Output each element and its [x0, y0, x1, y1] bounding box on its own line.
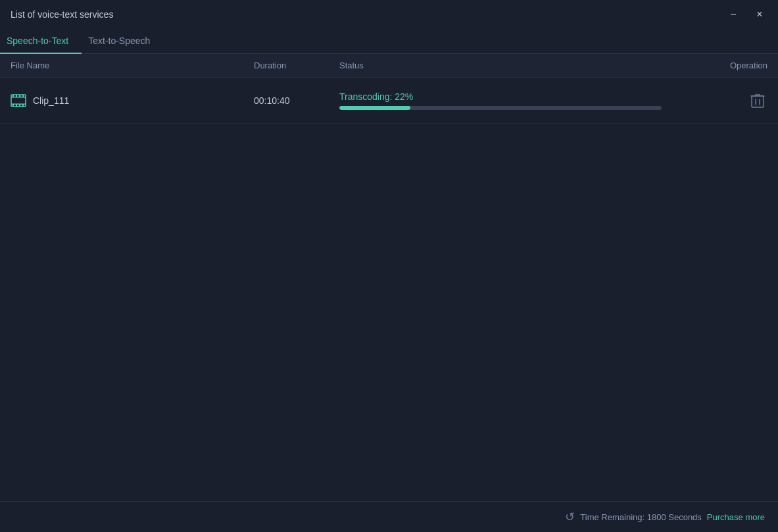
title-bar: List of voice-text services − ×: [0, 0, 778, 29]
svg-rect-8: [16, 104, 17, 106]
table-header: File Name Duration Status Operation: [0, 54, 778, 78]
table-row: Clip_111 00:10:40 Transcoding: 22%: [0, 78, 778, 124]
progress-bar-container: [339, 106, 662, 110]
progress-bar-fill: [339, 106, 410, 110]
window-title: List of voice-text services: [11, 9, 113, 20]
cell-duration: 00:10:40: [254, 95, 339, 106]
footer: ↺ Time Remaining: 1800 Seconds Purchase …: [0, 501, 778, 532]
film-icon: [11, 94, 26, 107]
header-operation: Operation: [715, 60, 767, 70]
purchase-more-link[interactable]: Purchase more: [707, 512, 765, 522]
filename-text: Clip_111: [33, 95, 69, 106]
tab-text-to-speech[interactable]: Text-to-Speech: [82, 29, 163, 54]
svg-rect-11: [752, 96, 764, 107]
svg-rect-5: [19, 95, 20, 97]
svg-rect-4: [16, 95, 17, 97]
cell-operation: [715, 90, 767, 111]
status-text: Transcoding: 22%: [339, 91, 715, 102]
header-duration: Duration: [254, 60, 339, 70]
cell-filename: Clip_111: [11, 94, 254, 107]
close-button[interactable]: ×: [752, 7, 767, 22]
svg-rect-7: [12, 104, 14, 106]
tab-speech-to-text[interactable]: Speech-to-Text: [0, 29, 82, 54]
header-filename: File Name: [11, 60, 254, 70]
header-status: Status: [339, 60, 715, 70]
time-remaining-text: Time Remaining: 1800 Seconds: [580, 512, 702, 522]
refresh-icon: ↺: [565, 510, 575, 524]
minimize-button[interactable]: −: [725, 7, 741, 22]
delete-button[interactable]: [748, 90, 767, 111]
main-window: List of voice-text services − × Speech-t…: [0, 0, 778, 532]
tabs-bar: Speech-to-Text Text-to-Speech: [0, 29, 778, 54]
svg-rect-1: [11, 97, 26, 98]
svg-rect-3: [12, 95, 14, 97]
svg-rect-9: [19, 104, 20, 106]
window-controls: − ×: [725, 7, 767, 22]
svg-rect-6: [22, 95, 24, 97]
table-body: Clip_111 00:10:40 Transcoding: 22%: [0, 78, 778, 501]
cell-status: Transcoding: 22%: [339, 91, 715, 110]
svg-rect-10: [22, 104, 24, 106]
